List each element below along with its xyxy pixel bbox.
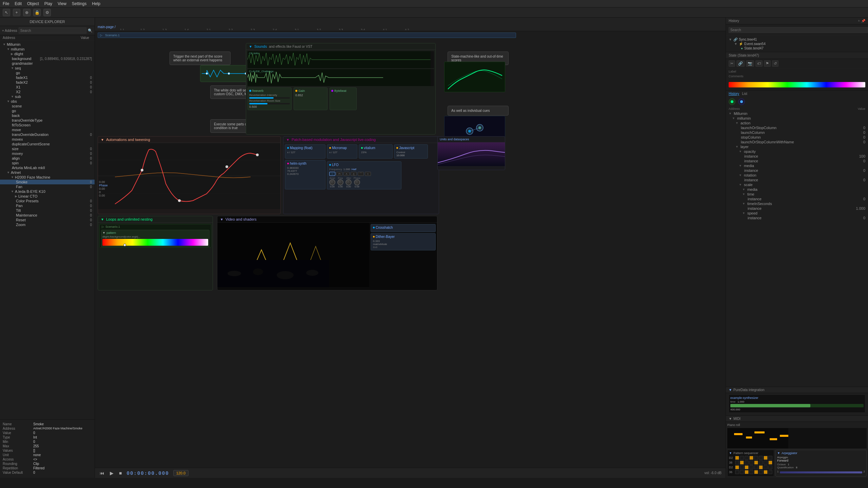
- tree-item-back[interactable]: back: [0, 113, 95, 118]
- micromap-node[interactable]: Micromap x / 127: [327, 144, 357, 159]
- history-close[interactable]: ×: [858, 19, 860, 23]
- tempo-display[interactable]: 120.0: [173, 470, 189, 476]
- addr-tree-item-opacity[interactable]: ▼opacity: [726, 149, 868, 154]
- tree-item-obs[interactable]: ▼obs: [0, 99, 95, 104]
- javascript-node[interactable]: Javascript Control 10.000: [394, 144, 428, 159]
- tree-item-duplicatecurrentscene[interactable]: duplicateCurrentScene: [0, 142, 95, 146]
- tree-item-tilt[interactable]: Tilt0: [0, 208, 95, 213]
- lfo-ampl-knob[interactable]: [329, 179, 335, 185]
- lfo-shape-exp[interactable]: ⌒: [358, 172, 364, 176]
- pattern-cell-36-7[interactable]: [768, 470, 772, 474]
- pattern-cell-36-6[interactable]: [764, 470, 768, 474]
- tree-item-smoke[interactable]: Smoke0: [0, 180, 95, 184]
- transport-play[interactable]: ▶: [109, 470, 114, 476]
- lfo-shape-saw[interactable]: /|: [351, 172, 357, 176]
- menu-edit[interactable]: Edit: [15, 1, 22, 6]
- addr-tree-item-millumin[interactable]: ▼Millumin: [726, 111, 868, 116]
- tree-item-a.leda-b-eye-k10[interactable]: ▼A.leda B-EYE K10: [0, 189, 95, 194]
- dither-bayer-node[interactable]: Dither-Bayer 0.333 matrixMode 8x8: [371, 233, 436, 250]
- bytebeat-node[interactable]: Bytebeat: [330, 87, 357, 110]
- state-btn-flag[interactable]: ⚑: [764, 60, 771, 67]
- transport-stop[interactable]: ■: [118, 470, 122, 476]
- history-pin[interactable]: 📌: [861, 19, 865, 23]
- tree-item-background[interactable]: background[1, 0.889491, 0.926818, 0.2312…: [0, 56, 95, 61]
- addr-tree-item-millumin[interactable]: ▼millumin: [726, 116, 868, 121]
- menu-help[interactable]: Help: [92, 1, 100, 6]
- tree-item-h2000-faze-machine[interactable]: ▼H2000 Faze Machine: [0, 175, 95, 180]
- addr-tree-item-stopcolumn[interactable]: stopColumn0: [726, 135, 868, 140]
- pattern-node[interactable]: ▼ pattern dlight:/background[color.argb]…: [101, 230, 210, 247]
- lfo-half-btn[interactable]: Half: [352, 168, 356, 171]
- add-tool[interactable]: +: [13, 9, 20, 16]
- menu-play[interactable]: Play: [44, 1, 52, 6]
- addr-tree-item-layer[interactable]: ▼layer: [726, 144, 868, 149]
- circle-add-tool[interactable]: ⊕: [23, 9, 31, 16]
- tree-item-dlight[interactable]: ▶dlight: [0, 52, 95, 56]
- tree-item-millumin[interactable]: ▼Millumin: [0, 42, 95, 47]
- gain-node[interactable]: Gain 0.852: [294, 87, 328, 110]
- addr-tree-item-instance[interactable]: instance0: [726, 168, 868, 173]
- tree-item-arturia-minilab-mkii[interactable]: Arturia MiniLab mkII: [0, 165, 95, 170]
- tree-item-x1[interactable]: X10: [0, 85, 95, 89]
- history-search-input[interactable]: [729, 27, 868, 33]
- pattern-cell-D2-0[interactable]: [735, 456, 739, 460]
- color-picker-bar[interactable]: [729, 82, 865, 87]
- tree-item-size[interactable]: size0: [0, 146, 95, 151]
- history-item-sync[interactable]: ▼ 🔗 Sync.tree41: [729, 37, 865, 42]
- tree-item-x2[interactable]: X20: [0, 89, 95, 94]
- addr-tree-item-timeinseconds[interactable]: ▼timeInSeconds: [726, 201, 868, 206]
- addr-tree-item-media[interactable]: ▼media: [726, 187, 868, 192]
- score-area[interactable]: ▷ Scenario.1 Trigger the next part of th…: [95, 31, 726, 468]
- lfo-shape-rand[interactable]: ≈: [365, 172, 371, 176]
- freeverb-node[interactable]: freeverb Reverberation Intensity Reverbe…: [248, 87, 292, 110]
- pattern-cell-38-6[interactable]: [764, 461, 768, 465]
- pattern-cell-D2-5[interactable]: [759, 465, 763, 469]
- history-item-event[interactable]: ▼ ⚡ Event.swan54: [729, 42, 865, 46]
- arrow-tool[interactable]: ↖: [3, 9, 10, 16]
- pattern-cell-D2-6[interactable]: [764, 456, 768, 460]
- addr-tree-item-launchorstopcolumn[interactable]: launchOrStopColumn0: [726, 125, 868, 130]
- tree-item-grandmaster[interactable]: grandmaster: [0, 61, 95, 66]
- trigger-node[interactable]: [200, 65, 248, 82]
- addr-tree-item-media[interactable]: ▼media: [726, 163, 868, 168]
- tree-item-maintenance[interactable]: Maintenance0: [0, 213, 95, 218]
- tree-item-zoom[interactable]: Zoom0: [0, 222, 95, 227]
- pattern-cell-D2-3[interactable]: [749, 456, 753, 460]
- tree-item-fadex2[interactable]: fadeX20: [0, 80, 95, 85]
- pattern-cell-D2-1[interactable]: [740, 456, 744, 460]
- pattern-cell-36-3[interactable]: [749, 470, 753, 474]
- lock-tool[interactable]: 🔒: [33, 9, 41, 16]
- pattern-cell-38-3[interactable]: [749, 461, 753, 465]
- tree-item-fan[interactable]: Fan0: [0, 184, 95, 189]
- pd-node[interactable]: example-synthesizer time 1.000 400.000: [729, 394, 865, 413]
- menu-view[interactable]: View: [58, 1, 66, 6]
- tree-item-reset[interactable]: Reset0: [0, 218, 95, 222]
- lfo-jitter-knob[interactable]: [346, 179, 352, 185]
- addr-tree-item-instance[interactable]: instance0: [726, 178, 868, 182]
- pattern-cell-36-4[interactable]: [754, 470, 758, 474]
- menu-object[interactable]: Object: [27, 1, 39, 6]
- pattern-cell-36-0[interactable]: [735, 470, 739, 474]
- tree-item-transoverrideduration[interactable]: transOverrideDuration0: [0, 132, 95, 137]
- state-btn-scissors[interactable]: ✂: [729, 60, 735, 67]
- pattern-cell-38-7[interactable]: [768, 461, 772, 465]
- addr-tree-item-scale[interactable]: ▼scale: [726, 182, 868, 187]
- vitalium-node[interactable]: vitalium 23%: [359, 144, 393, 159]
- lfo-shape-square[interactable]: ⊓: [336, 172, 342, 176]
- pattern-cell-D2-6[interactable]: [764, 465, 768, 469]
- addr-tree-item-instance[interactable]: instance1.000: [726, 206, 868, 211]
- pattern-cell-38-0[interactable]: [735, 461, 739, 465]
- tree-item-scene[interactable]: scene: [0, 104, 95, 108]
- addr-tree-item-action[interactable]: ▼action: [726, 121, 868, 125]
- lfo-shape-tri[interactable]: /\: [343, 172, 350, 176]
- addr-tree-item-launchorstopcolumnwithname[interactable]: launchOrStopColumnWithName0: [726, 140, 868, 144]
- crosshatch-node[interactable]: Crosshatch: [371, 224, 436, 232]
- state-btn-camera[interactable]: 📷: [746, 60, 754, 67]
- transport-rewind[interactable]: ⏮: [99, 470, 105, 476]
- pattern-cell-D2-1[interactable]: [740, 465, 744, 469]
- pattern-cell-D2-4[interactable]: [754, 456, 758, 460]
- addr-tree-item-instance[interactable]: instance0: [726, 197, 868, 201]
- addr-tree-item-instance[interactable]: instance0: [726, 216, 868, 220]
- tree-item-go[interactable]: go: [0, 70, 95, 75]
- tree-item-fittoscreen[interactable]: fitToScreen: [0, 123, 95, 127]
